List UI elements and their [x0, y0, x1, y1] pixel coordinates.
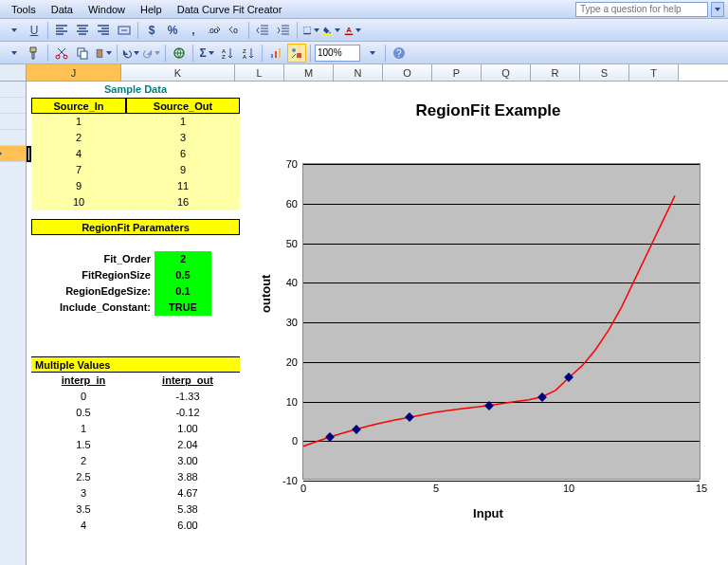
menu-help[interactable]: Help	[133, 2, 170, 17]
menu-curvefit[interactable]: Data Curve Fit Creator	[170, 2, 290, 17]
select-all-corner[interactable]	[0, 64, 27, 81]
chart-wizard-button[interactable]	[266, 44, 285, 63]
font-color-button[interactable]: A	[343, 21, 362, 40]
cell[interactable]: 1.5	[31, 437, 136, 453]
cell[interactable]: 9	[31, 178, 126, 194]
cell[interactable]: -0.12	[136, 405, 240, 421]
cell[interactable]: 9	[126, 162, 240, 178]
table-row[interactable]: 46.00	[31, 518, 240, 534]
chart[interactable]: RegionFit Example outout Input -10010203…	[249, 89, 727, 561]
comma-style-button[interactable]: ,	[184, 21, 203, 40]
column-header-J[interactable]: J	[27, 64, 121, 81]
param-value[interactable]: 2	[155, 251, 211, 267]
table-row[interactable]: 0-1.33	[31, 389, 240, 405]
cell[interactable]: 1	[31, 114, 126, 130]
table-row[interactable]: 23.00	[31, 453, 240, 469]
menu-data[interactable]: Data	[44, 2, 81, 17]
param-value[interactable]: TRUE	[155, 300, 211, 316]
cell[interactable]: 3	[31, 485, 136, 501]
row-header[interactable]	[0, 82, 26, 98]
help-button[interactable]: ?	[390, 44, 409, 63]
cell[interactable]: 5.38	[136, 501, 240, 518]
align-left-button[interactable]	[52, 21, 71, 40]
cell[interactable]: 3.00	[136, 453, 240, 469]
merge-center-button[interactable]	[115, 21, 134, 40]
zoom-input[interactable]: 100%	[315, 45, 360, 62]
font-dropdown[interactable]	[4, 21, 23, 40]
column-header-R[interactable]: R	[531, 64, 580, 81]
borders-button[interactable]	[301, 21, 320, 40]
autosum-button[interactable]: Σ	[197, 44, 216, 63]
column-header-Q[interactable]: Q	[482, 64, 531, 81]
cell[interactable]: 6.00	[136, 518, 240, 534]
cell[interactable]: 1	[31, 421, 136, 437]
menu-window[interactable]: Window	[81, 2, 133, 17]
toolbar-options[interactable]	[4, 44, 23, 63]
increase-indent-button[interactable]	[274, 21, 293, 40]
row-header[interactable]	[0, 130, 26, 146]
row-header[interactable]	[0, 114, 26, 130]
cell[interactable]: 3	[126, 130, 240, 146]
drawing-button[interactable]	[287, 44, 306, 63]
column-header-O[interactable]: O	[383, 64, 432, 81]
undo-button[interactable]	[121, 44, 140, 63]
table-row[interactable]: 1.52.04	[31, 437, 240, 453]
percent-button[interactable]: %	[163, 21, 182, 40]
cell[interactable]: 16	[126, 194, 240, 210]
cell[interactable]: 0.5	[31, 405, 136, 421]
currency-button[interactable]: $	[142, 21, 161, 40]
cell[interactable]: 1	[126, 114, 240, 130]
table-row[interactable]: 46	[31, 146, 240, 162]
zoom-dropdown[interactable]	[362, 44, 381, 63]
cell[interactable]: 3.5	[31, 501, 136, 518]
align-center-button[interactable]	[73, 21, 92, 40]
paste-button[interactable]	[94, 44, 113, 63]
cell[interactable]: 4	[31, 518, 136, 534]
cell[interactable]: 2.5	[31, 469, 136, 485]
column-header-L[interactable]: L	[235, 64, 284, 81]
cell[interactable]: 7	[31, 162, 126, 178]
underline-button[interactable]: U	[25, 21, 44, 40]
cell[interactable]: 2	[31, 130, 126, 146]
column-header-S[interactable]: S	[580, 64, 629, 81]
cell[interactable]: 4	[31, 146, 126, 162]
worksheet-grid[interactable]: Sample Data Source_In Source_Out 1123467…	[0, 82, 728, 565]
decrease-decimal-button[interactable]: .0	[226, 21, 245, 40]
hyperlink-button[interactable]	[170, 44, 189, 63]
cell[interactable]: 3.88	[136, 469, 240, 485]
table-row[interactable]: 11.00	[31, 421, 240, 437]
cell[interactable]: 10	[31, 194, 126, 210]
cell[interactable]: 0	[31, 389, 136, 405]
table-row[interactable]: 3.55.38	[31, 501, 240, 518]
cut-button[interactable]	[52, 44, 71, 63]
cell[interactable]: 1.00	[136, 421, 240, 437]
help-dropdown[interactable]	[711, 2, 724, 17]
table-row[interactable]: 11	[31, 114, 240, 130]
cell[interactable]: 2.04	[136, 437, 240, 453]
menu-tools[interactable]: Tools	[4, 2, 44, 17]
param-value[interactable]: 0.1	[155, 283, 211, 300]
column-header-P[interactable]: P	[432, 64, 482, 81]
table-row[interactable]: 23	[31, 130, 240, 146]
table-row[interactable]: 0.5-0.12	[31, 405, 240, 421]
cell[interactable]: 4.67	[136, 485, 240, 501]
cell[interactable]: 6	[126, 146, 240, 162]
align-right-button[interactable]	[94, 21, 113, 40]
cell[interactable]: 11	[126, 178, 240, 194]
increase-decimal-button[interactable]: .00	[205, 21, 224, 40]
table-row[interactable]: 1016	[31, 194, 240, 210]
cell[interactable]: -1.33	[136, 389, 240, 405]
column-header-N[interactable]: N	[334, 64, 383, 81]
row-header[interactable]	[0, 98, 26, 114]
decrease-indent-button[interactable]	[253, 21, 272, 40]
column-header-K[interactable]: K	[121, 64, 235, 81]
row-header-active[interactable]	[0, 146, 26, 162]
table-row[interactable]: 911	[31, 178, 240, 194]
sort-desc-button[interactable]: ZA	[239, 44, 258, 63]
format-painter-button[interactable]	[25, 44, 44, 63]
sort-asc-button[interactable]: AZ	[218, 44, 237, 63]
table-row[interactable]: 2.53.88	[31, 469, 240, 485]
param-value[interactable]: 0.5	[155, 267, 211, 283]
table-row[interactable]: 79	[31, 162, 240, 178]
help-input[interactable]	[575, 2, 708, 17]
